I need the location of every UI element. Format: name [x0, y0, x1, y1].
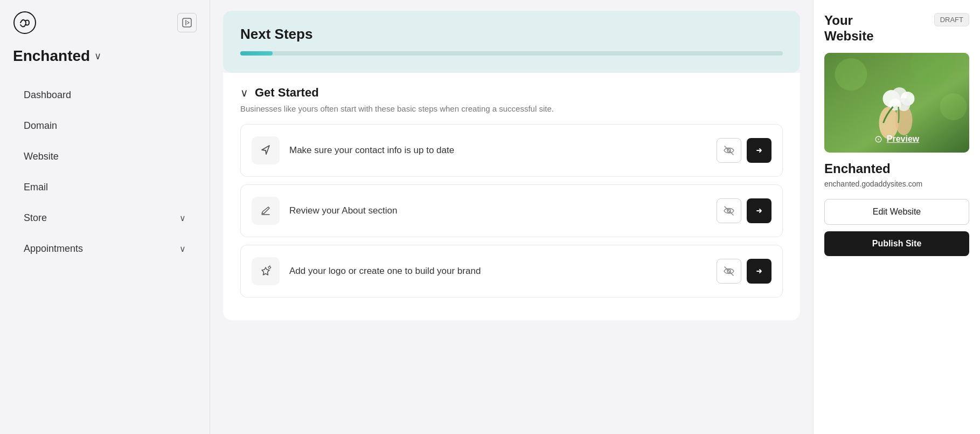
sidebar-item-dashboard[interactable]: Dashboard — [0, 80, 210, 111]
sidebar-item-domain[interactable]: Domain — [0, 111, 210, 141]
step-hide-button-contact[interactable] — [717, 138, 741, 163]
get-started-chevron-icon[interactable]: ∨ — [240, 86, 248, 99]
svg-point-14 — [940, 93, 967, 120]
website-preview-image: ⊙ Preview — [824, 53, 969, 153]
get-started-title: Get Started — [255, 86, 319, 100]
svg-rect-1 — [183, 18, 191, 27]
your-website-title: YourWebsite — [824, 13, 874, 44]
get-started-section: ∨ Get Started Businesses like yours ofte… — [223, 73, 800, 320]
sidebar-item-appointments[interactable]: Appointments ∨ — [0, 233, 210, 264]
step-actions-contact — [717, 138, 772, 163]
step-icon-logo — [252, 257, 280, 285]
step-card-contact: Make sure your contact info is up to dat… — [240, 124, 783, 177]
step-actions-about — [717, 198, 772, 223]
site-name-label: Enchanted — [13, 47, 90, 65]
your-website-header: YourWebsite DRAFT — [824, 13, 969, 44]
step-card-about: Review your About section — [240, 184, 783, 237]
step-text-about: Review your About section — [289, 205, 707, 216]
step-go-button-logo[interactable] — [747, 259, 772, 284]
step-text-logo: Add your logo or create one to build you… — [289, 266, 707, 277]
step-icon-contact — [252, 136, 280, 164]
appointments-chevron-icon: ∨ — [179, 244, 186, 254]
svg-line-10 — [725, 267, 733, 275]
main-content: Next Steps ∨ Get Started Businesses like… — [210, 0, 813, 434]
svg-line-4 — [725, 146, 733, 155]
right-panel-site-name: Enchanted — [824, 161, 969, 176]
progress-bar-fill — [240, 51, 273, 56]
sidebar-nav: Dashboard Domain Website Email Store ∨ A… — [0, 80, 210, 423]
step-icon-about — [252, 197, 280, 225]
next-steps-card: Next Steps — [223, 11, 800, 73]
preview-overlay: ⊙ Preview — [824, 126, 969, 153]
store-chevron-icon: ∨ — [179, 213, 186, 223]
collapse-sidebar-button[interactable] — [177, 13, 197, 32]
step-text-contact: Make sure your contact info is up to dat… — [289, 145, 707, 156]
svg-line-7 — [725, 206, 733, 215]
progress-bar — [240, 51, 783, 56]
step-go-button-contact[interactable] — [747, 138, 772, 163]
step-actions-logo — [717, 259, 772, 284]
step-hide-button-logo[interactable] — [717, 259, 741, 284]
site-name-row[interactable]: Enchanted ∨ — [0, 47, 210, 80]
edit-website-button[interactable]: Edit Website — [824, 199, 969, 225]
preview-link[interactable]: Preview — [887, 134, 919, 144]
get-started-subtitle: Businesses like yours often start with t… — [240, 104, 783, 113]
svg-point-12 — [835, 58, 867, 91]
site-name-chevron-icon[interactable]: ∨ — [94, 50, 101, 62]
next-steps-title: Next Steps — [240, 26, 783, 43]
sidebar-header — [0, 11, 210, 47]
step-go-button-about[interactable] — [747, 198, 772, 223]
step-hide-button-about[interactable] — [717, 198, 741, 223]
svg-point-8 — [268, 266, 270, 268]
step-card-logo: Add your logo or create one to build you… — [240, 245, 783, 298]
sidebar: Enchanted ∨ Dashboard Domain Website Ema… — [0, 0, 210, 434]
get-started-header: ∨ Get Started — [240, 86, 783, 100]
website-url: enchanted.godaddysites.com — [824, 180, 969, 188]
publish-site-button[interactable]: Publish Site — [824, 231, 969, 256]
svg-point-0 — [14, 12, 36, 33]
preview-eye-icon: ⊙ — [874, 133, 882, 145]
right-panel: YourWebsite DRAFT — [813, 0, 980, 434]
sidebar-item-website[interactable]: Website — [0, 141, 210, 172]
godaddy-logo-icon — [13, 11, 37, 35]
sidebar-item-email[interactable]: Email — [0, 172, 210, 203]
sidebar-item-store[interactable]: Store ∨ — [0, 203, 210, 233]
draft-badge: DRAFT — [934, 13, 969, 26]
